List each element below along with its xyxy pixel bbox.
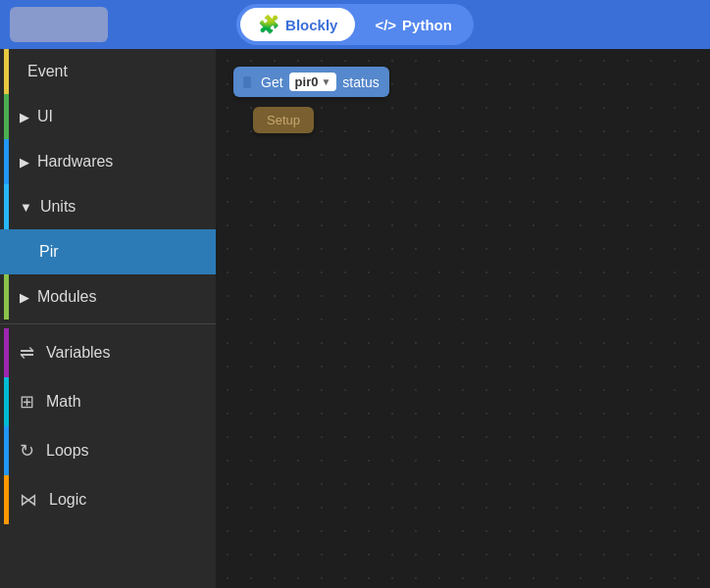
block-get-pir[interactable]: Get pir0 ▼ status [233,67,389,97]
block-notch [243,76,251,88]
header-placeholder [10,7,108,42]
sidebar-modules-label: Modules [37,288,96,306]
loops-indicator [4,426,9,475]
canvas-area: Get pir0 ▼ status Setup [216,49,710,588]
ui-arrow: ▶ [20,110,29,124]
block-get-suffix: status [342,74,379,90]
units-arrow: ▼ [20,200,32,215]
block-setup-label: Setup [267,113,300,127]
logic-indicator [4,475,9,524]
sidebar-ui-label: UI [37,108,53,125]
dropdown-value: pir0 [295,74,319,89]
code-icon: </> [375,17,396,33]
event-indicator [4,49,9,94]
math-indicator [4,377,9,426]
ui-indicator [4,94,9,139]
dropdown-arrow: ▼ [321,76,330,87]
variables-indicator [4,328,9,377]
math-icon: ⊞ [20,391,34,413]
sidebar-item-variables[interactable]: ⇌ Variables [0,328,216,377]
puzzle-icon: 🧩 [258,14,279,35]
modules-arrow: ▶ [20,290,29,305]
sidebar-item-math[interactable]: ⊞ Math [0,377,216,426]
main-layout: Event ▶ UI ▶ Hardwares ▼ Units Pir ▶ M [0,49,710,588]
sidebar-item-modules[interactable]: ▶ Modules [0,274,216,319]
sidebar-event-label: Event [20,63,68,80]
block-dropdown[interactable]: pir0 ▼ [289,73,337,91]
sidebar-item-logic[interactable]: ⋈ Logic [0,475,216,524]
units-indicator [4,184,9,229]
tab-blockly[interactable]: 🧩 Blockly [240,8,355,41]
tab-python[interactable]: </> Python [357,8,470,41]
tab-blockly-label: Blockly [285,17,337,33]
loops-icon: ↻ [20,440,34,462]
sidebar-pir-label: Pir [39,243,59,261]
sidebar-divider [0,323,216,324]
sidebar-item-hardwares[interactable]: ▶ Hardwares [0,139,216,184]
sidebar-units-label: Units [40,198,76,216]
header: 🧩 Blockly </> Python [0,0,710,49]
block-container: Get pir0 ▼ status Setup [233,67,389,133]
sidebar-math-label: Math [46,393,81,411]
modules-indicator [4,274,9,319]
tab-python-label: Python [402,17,452,33]
sidebar-loops-label: Loops [46,442,89,460]
hardwares-arrow: ▶ [20,155,29,170]
variables-icon: ⇌ [20,342,34,364]
tab-group: 🧩 Blockly </> Python [236,4,474,45]
hardwares-indicator [4,139,9,184]
sidebar-hardwares-label: Hardwares [37,153,113,171]
sidebar: Event ▶ UI ▶ Hardwares ▼ Units Pir ▶ M [0,49,216,588]
sidebar-item-event[interactable]: Event [0,49,216,94]
block-setup[interactable]: Setup [253,107,314,133]
sidebar-item-pir[interactable]: Pir [0,229,216,274]
sidebar-logic-label: Logic [49,491,86,509]
block-get-prefix: Get [261,74,283,90]
sidebar-item-ui[interactable]: ▶ UI [0,94,216,139]
sidebar-item-loops[interactable]: ↻ Loops [0,426,216,475]
logic-icon: ⋈ [20,489,37,511]
sidebar-variables-label: Variables [46,344,111,362]
sidebar-item-units[interactable]: ▼ Units [0,184,216,229]
